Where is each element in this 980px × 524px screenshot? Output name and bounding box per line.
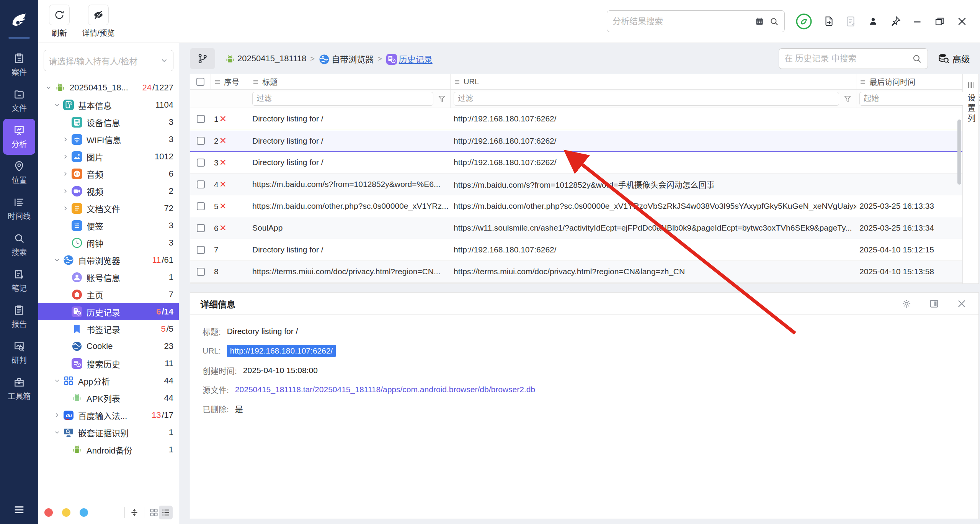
tree-item-视频[interactable]: 视频 2 (38, 182, 179, 200)
row-checkbox[interactable] (197, 159, 205, 167)
detail-preview-button[interactable]: 详情/预览 (82, 5, 115, 38)
row-checkbox[interactable] (197, 224, 205, 232)
row-checkbox[interactable] (197, 180, 205, 188)
time-start-filter-input[interactable] (859, 92, 969, 106)
window-restore-icon[interactable] (934, 16, 946, 27)
tree-item-WIFI信息[interactable]: WIFI信息 3 (38, 131, 179, 148)
nav-item-report[interactable]: 报告 (3, 299, 35, 335)
breadcrumb-item[interactable]: 历史记录 (386, 52, 433, 65)
panel-layout-icon[interactable] (929, 298, 939, 309)
tree-item-设备信息[interactable]: 设备信息 3 (38, 113, 179, 131)
collapse-all-icon[interactable] (129, 508, 139, 517)
tree-item-音频[interactable]: 音频 6 (38, 165, 179, 182)
report-doc-icon[interactable] (845, 16, 857, 27)
nav-item-location[interactable]: 位置 (3, 155, 35, 191)
chevron-right-icon[interactable] (60, 205, 71, 212)
column-settings-strip[interactable]: 设置列 (963, 74, 979, 284)
search-icon[interactable] (911, 53, 922, 64)
filter-funnel-icon[interactable] (843, 94, 852, 103)
row-checkbox[interactable] (197, 202, 205, 210)
advanced-search-button[interactable]: 高级 (938, 52, 970, 65)
nav-item-files[interactable]: 文件 (3, 83, 35, 119)
tree-item-主页[interactable]: 主页 7 (38, 286, 179, 303)
row-checkbox[interactable] (197, 137, 205, 145)
column-header-time[interactable]: 最后访问时间 (856, 74, 962, 89)
title-filter-input[interactable] (252, 92, 433, 106)
grid-view-icon[interactable] (149, 508, 159, 517)
url-filter-input[interactable] (454, 92, 839, 106)
nav-item-case[interactable]: 案件 (3, 47, 35, 83)
row-checkbox[interactable] (197, 268, 205, 276)
search-icon[interactable] (769, 16, 779, 26)
tree-item-账号信息[interactable]: 账号信息 1 (38, 269, 179, 286)
window-close-icon[interactable] (956, 16, 968, 27)
breadcrumb-item[interactable]: 自带浏览器 (318, 52, 374, 65)
window-minimize-icon[interactable] (912, 16, 923, 27)
table-row[interactable]: 5✕ https://m.baidu.com/other.php?sc.0s00… (190, 195, 962, 217)
tree-item-历史记录[interactable]: 历史记录 6/14 (38, 303, 179, 320)
chevron-down-icon[interactable] (51, 429, 63, 436)
table-row[interactable]: 7 Directory listing for / http://192.168… (190, 239, 962, 261)
global-search-input[interactable] (612, 16, 750, 26)
chevron-right-icon[interactable] (60, 153, 71, 160)
table-search-input[interactable] (784, 54, 911, 64)
tag-dot-blue[interactable] (80, 508, 88, 517)
tree-item-搜索历史[interactable]: 搜索历史 11 (38, 355, 179, 372)
tree-item-基本信息[interactable]: 基本信息 1104 (38, 96, 179, 113)
table-row[interactable]: 1✕ Directory listing for / http://192.16… (190, 108, 962, 130)
tree-item-便签[interactable]: 便签 3 (38, 217, 179, 234)
tree-item-Android备份[interactable]: Android备份 1 (38, 441, 179, 458)
tree-item-自带浏览器[interactable]: 自带浏览器 11/61 (38, 251, 179, 269)
list-view-icon[interactable] (159, 506, 173, 519)
branch-view-button[interactable] (190, 48, 215, 69)
tree-item-图片[interactable]: 图片 1012 (38, 148, 179, 165)
chevron-right-icon[interactable] (51, 412, 63, 419)
chevron-right-icon[interactable] (60, 136, 71, 143)
close-icon[interactable] (956, 298, 967, 309)
nav-item-notes[interactable]: 笔记 (3, 263, 35, 299)
filter-funnel-icon[interactable] (437, 94, 446, 103)
table-row[interactable]: 6✕ SoulApp https://w11.soulsmile.cn/ashe… (190, 217, 962, 239)
chevron-right-icon[interactable] (60, 188, 71, 195)
tree-item-闹钟[interactable]: 闹钟 3 (38, 234, 179, 251)
nav-item-research[interactable]: 研判 (3, 335, 35, 371)
row-checkbox[interactable] (197, 246, 205, 254)
column-header-num[interactable]: 序号 (211, 74, 249, 89)
nav-item-timeline[interactable]: 时间线 (3, 191, 35, 227)
owner-filter-select[interactable]: 请选择/输入持有人/检材 (44, 50, 173, 71)
chevron-down-icon[interactable] (51, 102, 63, 108)
detail-field-value[interactable]: 20250415_181118.tar/20250415_181118/apps… (235, 385, 535, 394)
tree-item-嵌套证据识别[interactable]: 嵌套证据识别 1 (38, 424, 179, 441)
table-row[interactable]: 4✕ https://m.baidu.com/s?from=1012852y&w… (190, 174, 962, 195)
tag-dot-yellow[interactable] (62, 508, 70, 517)
nav-item-search[interactable]: 搜索 (3, 227, 35, 263)
tree-item-APK列表[interactable]: APK列表 44 (38, 389, 179, 406)
column-header-url[interactable]: URL (451, 74, 856, 89)
export-icon[interactable] (823, 16, 835, 27)
tree-item-文档文件[interactable]: 文档文件 72 (38, 200, 179, 217)
pin-icon[interactable] (890, 16, 901, 27)
table-row[interactable]: 2✕ Directory listing for / http://192.16… (190, 130, 962, 152)
calendar-icon[interactable] (755, 16, 764, 26)
tree-item-App分析[interactable]: App分析 44 (38, 372, 179, 389)
license-badge-icon[interactable] (795, 13, 812, 30)
refresh-button[interactable]: 刷新 (49, 5, 70, 38)
tree-item-20250415_18...[interactable]: 20250415_18... 24/1227 (38, 79, 179, 96)
nav-item-toolbox[interactable]: 工具箱 (3, 371, 35, 407)
tag-dot-red[interactable] (44, 508, 53, 517)
chevron-down-icon[interactable] (43, 84, 54, 91)
chevron-down-icon[interactable] (51, 257, 63, 264)
chevron-down-icon[interactable] (51, 377, 63, 384)
tree-item-百度输入法...[interactable]: du 百度输入法... 13/17 (38, 406, 179, 424)
user-icon[interactable] (867, 16, 879, 27)
nav-item-analysis[interactable]: 分析 (3, 119, 35, 155)
row-checkbox[interactable] (197, 115, 205, 123)
chevron-right-icon[interactable] (60, 170, 71, 177)
tree-item-书签记录[interactable]: 书签记录 5/5 (38, 320, 179, 337)
table-row[interactable]: 3✕ Directory listing for / http://192.16… (190, 152, 962, 174)
column-header-title[interactable]: 标题 (249, 74, 451, 89)
tree-item-Cookie[interactable]: Cookie 23 (38, 337, 179, 355)
table-scrollbar[interactable] (957, 120, 961, 185)
menu-burger-icon[interactable] (0, 504, 38, 516)
breadcrumb-item[interactable]: 20250415_181118 (224, 54, 306, 64)
